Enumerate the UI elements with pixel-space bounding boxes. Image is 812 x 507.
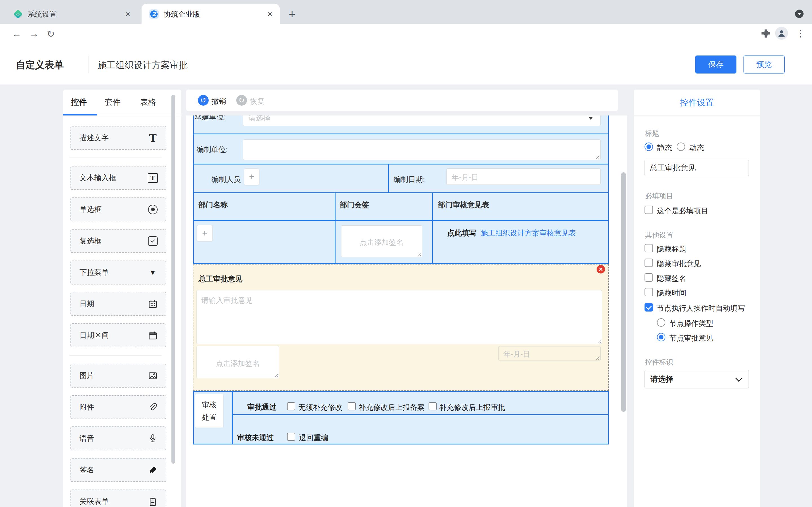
undo-icon[interactable]: ↺ [198, 95, 209, 106]
chevron-down-icon [735, 375, 742, 382]
pen-icon [147, 464, 158, 476]
back-icon[interactable]: ← [12, 28, 21, 39]
form-canvas: 承建单位: 请选择 编制单位: 编制人员 + 编制日期: 年-月-日 部门名称 … [186, 115, 627, 507]
xiezhu-blue-favicon-icon: Z [149, 9, 159, 19]
profile-avatar[interactable] [775, 27, 788, 40]
row-border [193, 391, 609, 392]
title-value-input[interactable]: 总工审批意见 [645, 160, 749, 176]
row-border [193, 192, 609, 193]
row-border [193, 133, 609, 134]
resize-grip-icon[interactable] [417, 252, 421, 256]
contractor-select[interactable]: 请选择 [243, 115, 601, 126]
redo-icon: ↻ [236, 95, 247, 106]
browser-toolbar: ← → ↻ xmgl.glodon.com/project-doc/workbe… [0, 24, 812, 44]
browser-tab-strip: <> 系统设置 × Z 协筑企业版 × + [0, 0, 812, 24]
forward-icon[interactable]: → [29, 28, 39, 39]
chief-signature-box[interactable]: 点击添加签名 [197, 346, 279, 378]
add-dept-button[interactable]: + [197, 225, 213, 241]
browser-menu-dots-icon[interactable]: ⋮ [796, 27, 805, 39]
radio-icon [147, 204, 158, 215]
widget-item-dropdown[interactable]: 下拉菜单 ▼ [70, 261, 166, 284]
hide-comment-checkbox[interactable] [645, 259, 653, 267]
chevron-down-icon [797, 13, 801, 15]
widget-item-linked-form[interactable]: 关联表单 [70, 490, 166, 507]
autofill-checkbox[interactable] [645, 303, 653, 312]
resize-grip-icon[interactable] [596, 155, 599, 159]
widget-item-date[interactable]: 日期 [70, 292, 166, 316]
widget-item-text-input[interactable]: 文本输入框 T [70, 166, 166, 190]
identifier-select[interactable]: 请选择 [645, 370, 749, 388]
extensions-puzzle-icon[interactable] [760, 28, 772, 40]
row-border [193, 164, 609, 165]
row-border [193, 220, 609, 221]
select-arrow-icon [589, 117, 593, 120]
resize-grip-icon[interactable] [596, 356, 599, 360]
widget-item-attachment[interactable]: 附件 [70, 395, 166, 419]
hide-signature-checkbox[interactable] [645, 273, 653, 282]
dept-review-link[interactable]: 施工组织设计方案审核意见表 [481, 228, 576, 238]
paperclip-icon [147, 402, 158, 413]
title-static-radio[interactable] [645, 143, 653, 151]
resize-grip-icon[interactable] [597, 339, 601, 343]
widget-item-description-text[interactable]: 描述文字 T [70, 126, 166, 150]
tab-title: 协筑企业版 [163, 9, 267, 19]
redo-label: 恢复 [250, 96, 264, 106]
pass-option-checkbox[interactable] [348, 402, 356, 410]
save-button[interactable]: 保存 [695, 55, 737, 73]
chief-date-input[interactable]: 年-月-日 [499, 346, 601, 361]
delete-widget-button[interactable]: × [597, 265, 605, 274]
fail-label: 审核未通过 [237, 433, 274, 443]
people-label: 编制人员 [211, 175, 241, 184]
text-input-icon: T [147, 172, 158, 184]
date-input[interactable]: 年-月-日 [446, 168, 601, 185]
add-person-button[interactable]: + [244, 168, 259, 185]
other-section-label: 其他设置 [645, 230, 673, 240]
form-title: 施工组织设计方案审批 [98, 59, 188, 71]
header-divider [89, 56, 89, 73]
widget-item-checkbox[interactable]: 复选框 [70, 229, 166, 253]
identifier-section-label: 控件标识 [645, 357, 673, 367]
widget-item-voice[interactable]: 语音 [70, 427, 166, 450]
new-tab-button[interactable]: + [285, 7, 299, 21]
node-action-type-radio[interactable] [657, 318, 665, 327]
browser-tab-system-settings[interactable]: <> 系统设置 × [7, 4, 137, 24]
close-tab-icon[interactable]: × [267, 9, 272, 19]
title-section-label: 标题 [645, 129, 659, 138]
widget-item-radio[interactable]: 单选框 [70, 198, 166, 221]
hide-time-checkbox[interactable] [645, 288, 653, 296]
reload-icon[interactable]: ↻ [47, 28, 55, 40]
required-section-label: 必填项目 [645, 191, 673, 201]
org-textarea[interactable] [243, 139, 601, 160]
dropdown-arrow-icon: ▼ [147, 267, 158, 278]
sidebar-scrollbar[interactable] [171, 95, 175, 464]
settings-panel-title: 控件设置 [634, 90, 760, 108]
undo-label[interactable]: 撤销 [211, 96, 226, 106]
dept-signature-box[interactable]: 点击添加签名 [341, 225, 422, 257]
approval-comment-textarea[interactable]: 请输入审批意见 [197, 290, 602, 344]
canvas-scrollbar[interactable] [621, 172, 626, 412]
pass-option-checkbox[interactable] [287, 402, 295, 410]
tab-search-button[interactable] [795, 10, 804, 18]
group-divider [69, 157, 162, 158]
tab-widgets[interactable]: 控件 [71, 97, 87, 108]
tab-kits[interactable]: 套件 [105, 97, 121, 108]
widget-item-signature[interactable]: 签名 [70, 458, 166, 482]
cell-border [335, 193, 336, 263]
preview-button[interactable]: 预览 [744, 55, 784, 73]
svg-text:<>: <> [16, 12, 20, 17]
fail-option-checkbox[interactable] [287, 433, 295, 441]
widget-item-date-range[interactable]: 日期区间 [70, 323, 166, 347]
close-tab-icon[interactable]: × [125, 9, 130, 19]
date-label: 编制日期: [394, 175, 425, 184]
title-dynamic-radio[interactable] [677, 143, 685, 151]
browser-tab-xiezhu[interactable]: Z 协筑企业版 × [142, 4, 280, 24]
required-checkbox[interactable] [645, 206, 653, 214]
resize-grip-icon[interactable] [274, 374, 278, 377]
widget-item-image[interactable]: 图片 [70, 363, 166, 388]
node-comment-radio[interactable] [657, 333, 665, 341]
tab-tables[interactable]: 表格 [140, 97, 156, 108]
review-disposition-label: 审核 处置 [195, 394, 223, 428]
pass-option-checkbox[interactable] [428, 402, 437, 410]
cell-border [432, 193, 433, 263]
hide-title-checkbox[interactable] [645, 244, 653, 252]
